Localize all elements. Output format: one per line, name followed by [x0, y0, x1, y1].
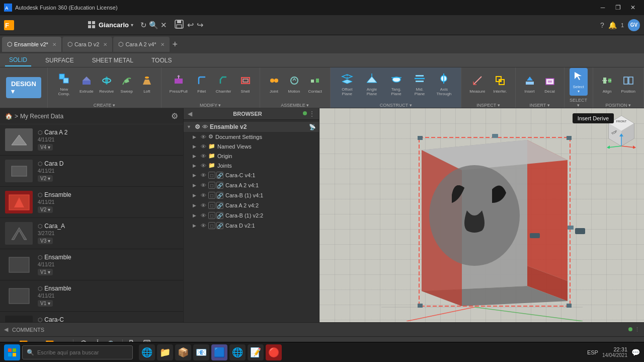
extrude-button[interactable]: Extrude [77, 73, 96, 96]
file-item-cara-d[interactable]: ⬡ Cara D 4/11/21 V2 ▾ [0, 156, 183, 187]
eye-icon-cara-b-1[interactable]: 👁 [201, 192, 206, 198]
file-version-ensamble-red[interactable]: V2 ▾ [38, 206, 53, 213]
search-taskbar-input[interactable] [37, 349, 128, 355]
taskbar-app-explorer[interactable]: 📁 [157, 344, 173, 360]
angle-plane-button[interactable]: Angle Plane [361, 70, 383, 98]
file-item-cara-a2[interactable]: ⬡ Cara A 2 4/11/21 V4 ▾ [0, 124, 183, 156]
taskbar-app-teams[interactable]: 🟦 [211, 344, 227, 360]
toolbar-tab-surface[interactable]: SURFACE [41, 55, 78, 66]
checkbox-cara-b-2[interactable]: □ [208, 212, 215, 219]
tree-toggle-cara-a2-1[interactable]: ▶ [193, 183, 199, 188]
close-tab-cara-a2[interactable]: ✕ [160, 42, 165, 47]
link-cara-a2-2[interactable]: 🔗 [216, 202, 223, 209]
toolbar-tab-tools[interactable]: TOOLS [147, 55, 176, 66]
notification-icon[interactable]: 🔔 [608, 21, 617, 29]
tab-cara-d-v2[interactable]: ⬡ Cara D v2 ✕ [62, 37, 113, 52]
add-tab-button[interactable]: + [171, 39, 180, 50]
tree-toggle-cara-c[interactable]: ▶ [193, 173, 199, 178]
home-icon[interactable]: 🏠 [5, 113, 13, 120]
press-pull-button[interactable]: Press/Pull [167, 73, 191, 96]
undo-icon[interactable]: ↩ [187, 20, 194, 30]
tab-cara-a2-v4[interactable]: ⬡ Cara A 2 v4* ✕ [113, 37, 169, 52]
measure-button[interactable]: Measure [466, 73, 488, 96]
redo-icon[interactable]: ↪ [197, 20, 203, 30]
tree-root-ensamble[interactable]: ▼ ⚙ 👁 Ensamble v2 📡 [184, 122, 319, 132]
search-icon[interactable]: 🔍 [149, 21, 158, 30]
eye-icon-doc[interactable]: 👁 [201, 134, 206, 140]
checkbox-cara-a2-2[interactable]: □ [208, 202, 215, 209]
link-cara-a2-1[interactable]: 🔗 [216, 182, 223, 189]
file-version-cara-a2[interactable]: V4 ▾ [38, 144, 53, 151]
taskbar-app-edge[interactable]: 🌐 [139, 344, 155, 360]
taskbar-app-store[interactable]: 📦 [175, 344, 191, 360]
select-button[interactable]: Select ▾ [570, 68, 588, 96]
mid-plane-button[interactable]: Mid. Plane [410, 70, 430, 98]
link-cara-b-1[interactable]: 🔗 [216, 192, 223, 199]
save-icon[interactable] [174, 19, 184, 31]
align-button[interactable]: Align [598, 73, 616, 96]
toolbar-tab-sheet-metal[interactable]: SHEET METAL [88, 55, 137, 66]
tree-cara-a2-2[interactable]: ▶ 👁 □ 🔗 Cara A 2 v4:2 [184, 200, 319, 210]
link-cara-b-2[interactable]: 🔗 [216, 212, 223, 219]
tree-cara-a2-1[interactable]: ▶ 👁 □ 🔗 Cara A 2 v4:1 [184, 180, 319, 190]
eye-icon-cara-b-2[interactable]: 👁 [201, 212, 206, 219]
file-version-ensamble-v1b[interactable]: V1 ▾ [38, 300, 53, 307]
tree-toggle-cara-b-1[interactable]: ▶ [193, 193, 199, 198]
link-cara-c[interactable]: 🔗 [216, 172, 223, 179]
chamfer-button[interactable]: Chamfer [213, 73, 234, 96]
taskbar-app-chrome[interactable]: 🌐 [229, 344, 246, 360]
tree-toggle-cara-a2-2[interactable]: ▶ [193, 203, 199, 208]
expand-comments-icon[interactable]: ◀ [4, 326, 8, 333]
eye-icon-root[interactable]: 👁 [202, 124, 208, 130]
avatar[interactable]: GV [628, 19, 640, 31]
position-button2[interactable]: Position [618, 73, 638, 96]
taskbar-app-word[interactable]: 📝 [248, 344, 264, 360]
tree-named-views[interactable]: ▶ 👁 📁 Named Views [184, 141, 319, 151]
tree-doc-settings[interactable]: ▶ 👁 ⚙ Document Settings [184, 132, 319, 141]
toolbar-tab-solid[interactable]: SOLID [5, 54, 31, 66]
revolve-button[interactable]: Revolve [98, 73, 116, 96]
insert-button[interactable]: Insert [521, 73, 539, 96]
refresh-icon[interactable]: ↻ [140, 21, 147, 30]
eye-icon-cara-c[interactable]: 👁 [201, 172, 206, 178]
tree-toggle-cara-b-2[interactable]: ▶ [193, 213, 199, 218]
eye-icon-cara-a2-1[interactable]: 👁 [201, 182, 206, 188]
axis-through-button[interactable]: Axis Through [432, 70, 456, 98]
checkbox-cara-a2-1[interactable]: □ [208, 182, 215, 189]
checkbox-cara-d[interactable]: □ [208, 222, 215, 229]
file-version-cara-d[interactable]: V2 ▾ [38, 175, 53, 182]
decal-button[interactable]: Decal [541, 73, 559, 96]
settings-gear-icon[interactable]: ⚙ [171, 111, 178, 121]
motion-button[interactable]: Motion [285, 73, 303, 96]
eye-icon-views[interactable]: 👁 [201, 143, 206, 150]
close-button[interactable]: ✕ [626, 3, 640, 13]
close-tab-ensamble[interactable]: ✕ [52, 42, 56, 47]
tab-ensamble-v2[interactable]: ⬡ Ensamble v2* ✕ [2, 37, 61, 52]
start-button[interactable] [4, 344, 20, 360]
tree-toggle-views[interactable]: ▶ [193, 144, 199, 149]
user-menu[interactable]: Giancarlo ▾ [88, 21, 133, 30]
tangent-plane-button[interactable]: Tang. Plane [385, 70, 407, 98]
notification-center-icon[interactable]: 💬 [631, 348, 640, 356]
tree-origin[interactable]: ▶ 👁 📁 Origin [184, 151, 319, 161]
design-button[interactable]: DESIGN ▾ [6, 77, 41, 98]
tree-cara-c[interactable]: ▶ 👁 □ 🔗 Cara-C v4:1 [184, 170, 319, 180]
file-item-ensamble-v1b[interactable]: ⬡ Ensamble 4/11/21 V1 ▾ [0, 280, 183, 312]
link-cara-d[interactable]: 🔗 [216, 222, 223, 229]
restore-button[interactable]: ❐ [611, 3, 625, 13]
help-icon[interactable]: ? [600, 21, 604, 29]
tree-cara-d[interactable]: ▶ 👁 □ 🔗 Cara D v2:1 [184, 221, 319, 231]
eye-icon-joints[interactable]: 👁 [201, 163, 206, 169]
collapse-browser-icon[interactable]: ◀ [188, 110, 192, 117]
close-tab-cara-d[interactable]: ✕ [103, 42, 107, 47]
tree-toggle-joints[interactable]: ▶ [193, 163, 199, 168]
tree-cara-b-1[interactable]: ▶ 👁 □ 🔗 Cara-B (1) v4:1 [184, 190, 319, 200]
eye-icon-cara-a2-2[interactable]: 👁 [201, 202, 206, 208]
checkbox-cara-c[interactable]: □ [208, 172, 215, 179]
taskbar-app-red[interactable]: 🔴 [266, 344, 282, 360]
loft-button[interactable]: Loft [138, 73, 156, 96]
contact-button[interactable]: Contact [305, 73, 326, 96]
checkbox-cara-b-1[interactable]: □ [208, 192, 215, 199]
fillet-button[interactable]: Fillet [193, 73, 211, 96]
eye-icon-cara-d[interactable]: 👁 [201, 223, 206, 229]
